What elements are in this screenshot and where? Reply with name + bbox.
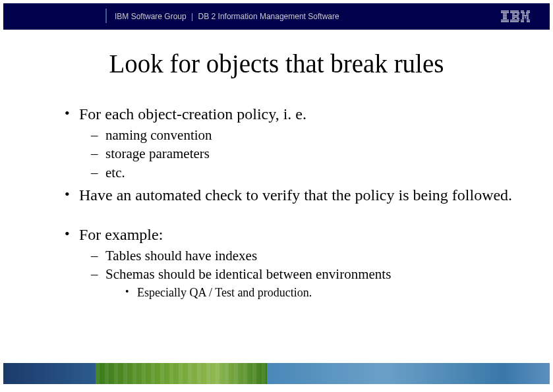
svg-rect-0 xyxy=(501,11,509,11)
svg-rect-22 xyxy=(522,14,525,14)
header-group: IBM Software Group xyxy=(115,12,187,21)
footer-segment xyxy=(96,363,267,384)
ibm-logo-icon xyxy=(501,11,530,22)
header-divider xyxy=(105,9,107,23)
svg-rect-3 xyxy=(503,15,507,16)
svg-rect-9 xyxy=(510,12,519,13)
svg-rect-24 xyxy=(522,15,525,16)
svg-rect-5 xyxy=(503,18,507,19)
slide-content: For each object-creation policy, i. e. n… xyxy=(65,104,527,304)
svg-rect-6 xyxy=(501,20,509,20)
svg-rect-35 xyxy=(527,21,530,22)
bullet-3-sub-2-text: Schemas should be identical between envi… xyxy=(105,266,391,282)
header-product: DB 2 Information Management Software xyxy=(198,12,339,21)
svg-rect-31 xyxy=(527,18,529,19)
svg-rect-34 xyxy=(521,21,524,22)
svg-rect-29 xyxy=(522,18,524,19)
svg-rect-7 xyxy=(501,21,509,22)
header-text: IBM Software Group | DB 2 Information Ma… xyxy=(115,12,501,21)
svg-rect-13 xyxy=(512,16,519,17)
bullet-1-sub-3: etc. xyxy=(91,164,527,181)
bullet-1-sub-2: storage parameters xyxy=(91,145,527,162)
bullet-3-sub-2-sub-1: Especially QA / Test and production. xyxy=(125,285,527,300)
svg-rect-1 xyxy=(501,12,509,13)
footer-segment xyxy=(3,363,96,384)
svg-rect-12 xyxy=(512,15,519,16)
svg-rect-15 xyxy=(517,18,519,19)
bullet-1-text: For each object-creation policy, i. e. xyxy=(79,105,306,123)
svg-rect-27 xyxy=(525,16,526,17)
svg-rect-19 xyxy=(527,11,530,11)
bullet-3-sub-2: Schemas should be identical between envi… xyxy=(91,266,527,300)
svg-rect-32 xyxy=(521,20,524,20)
footer-segment xyxy=(504,363,550,384)
svg-rect-20 xyxy=(521,12,525,13)
svg-rect-33 xyxy=(527,20,530,20)
svg-rect-10 xyxy=(512,14,515,14)
bullet-3-text: For example: xyxy=(79,226,163,243)
footer-bar xyxy=(3,363,550,384)
svg-rect-21 xyxy=(526,12,530,13)
bullet-2: Have an automated check to verify that t… xyxy=(65,185,527,205)
slide-title: Look for objects that break rules xyxy=(0,49,553,78)
svg-rect-18 xyxy=(521,11,524,11)
svg-rect-23 xyxy=(526,14,529,14)
footer-segment xyxy=(267,363,504,384)
header-bar: IBM Software Group | DB 2 Information Ma… xyxy=(3,3,550,30)
svg-rect-25 xyxy=(525,15,529,16)
bullet-3: For example: Tables should have indexes … xyxy=(65,225,527,300)
svg-rect-16 xyxy=(510,20,519,20)
svg-rect-30 xyxy=(525,18,526,19)
svg-rect-4 xyxy=(503,16,507,17)
svg-rect-11 xyxy=(517,14,519,14)
bullet-1: For each object-creation policy, i. e. n… xyxy=(65,104,527,181)
svg-rect-17 xyxy=(510,21,519,22)
bullet-3-sub-1: Tables should have indexes xyxy=(91,247,527,264)
svg-rect-2 xyxy=(503,14,507,14)
header-separator: | xyxy=(191,12,193,21)
svg-rect-14 xyxy=(512,18,515,19)
bullet-1-sub-1: naming convention xyxy=(91,126,527,144)
svg-rect-28 xyxy=(527,16,529,17)
svg-rect-8 xyxy=(510,11,519,11)
svg-rect-26 xyxy=(522,16,524,17)
